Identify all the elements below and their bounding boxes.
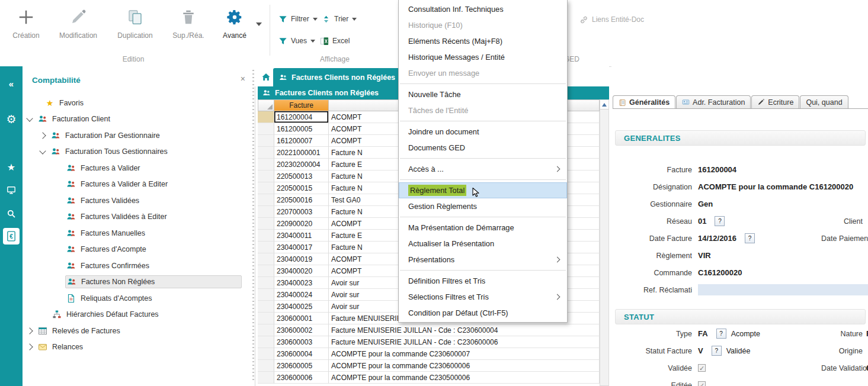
filtrer-button[interactable]: Filtrer bbox=[278, 14, 318, 24]
row-selector[interactable] bbox=[258, 336, 274, 348]
modification-button[interactable]: Modification bbox=[50, 5, 107, 54]
nav-item-favoris[interactable]: ★Favoris bbox=[23, 95, 251, 111]
cell-designation[interactable]: ACOMPTE pour la commande C230600006 bbox=[329, 360, 600, 372]
menu-item-ma-presentation-de-demarrage[interactable]: Ma Présentation de Démarrage bbox=[399, 220, 567, 236]
cell-facture[interactable]: 230400025 bbox=[274, 301, 329, 313]
cell-facture[interactable]: 220500015 bbox=[274, 182, 329, 194]
menu-item-consultation-inf-techniques[interactable]: Consultation Inf. Techniques bbox=[399, 1, 567, 17]
menu-item-reglement-total[interactable]: Règlement Total bbox=[399, 182, 567, 198]
table-row[interactable]: 230600004ACOMPTE pour la commande C23060… bbox=[258, 348, 600, 360]
nav-item-facturation-par-gestionnaire[interactable]: Facturation Par Gestionnaire bbox=[23, 127, 251, 144]
help-button[interactable]: ? bbox=[715, 216, 725, 226]
vues-button[interactable]: Vues bbox=[278, 36, 315, 46]
nav-item-factures-validees[interactable]: Factures Validées bbox=[23, 192, 251, 209]
row-selector[interactable] bbox=[258, 123, 274, 135]
cell-facture[interactable]: 230600001 bbox=[274, 313, 329, 324]
menu-item-historique-messages-entite[interactable]: Historique Messages / Entité bbox=[399, 49, 567, 65]
nav-item-factures-manuelles[interactable]: Factures Manuelles bbox=[23, 225, 251, 242]
nav-item-reliquats-d-acomptes[interactable]: Reliquats d'Acomptes bbox=[23, 290, 251, 307]
cell-facture[interactable]: 161200004 bbox=[274, 111, 329, 123]
document-tab[interactable]: Factures Clients non Réglées bbox=[273, 68, 419, 86]
excel-button[interactable]: Excel bbox=[320, 36, 350, 46]
column-header-facture[interactable]: Facture bbox=[274, 99, 329, 111]
select-all-header[interactable] bbox=[258, 99, 274, 111]
cell-facture[interactable]: 230400020 bbox=[274, 265, 329, 277]
vertical-scrollbar[interactable] bbox=[600, 99, 609, 386]
cell-designation[interactable]: ACOMPTE pour la commande C230500006 bbox=[329, 372, 600, 384]
cell-facture[interactable]: 20230200004 bbox=[274, 159, 329, 171]
row-selector[interactable] bbox=[258, 360, 274, 372]
help-button[interactable]: ? bbox=[712, 346, 722, 356]
cell-facture[interactable]: 220700003 bbox=[274, 206, 329, 218]
field-value[interactable]: VIR bbox=[698, 251, 711, 260]
row-selector[interactable] bbox=[258, 230, 274, 242]
detail-tab-ecriture[interactable]: Ecriture bbox=[751, 95, 799, 108]
menu-item-joindre-un-document[interactable]: Joindre un document bbox=[399, 124, 567, 140]
menu-item-taches-de-l-entite[interactable]: Tâches de l'Entité bbox=[399, 102, 567, 118]
cell-facture[interactable]: 161200007 bbox=[274, 135, 329, 147]
chevron-right-icon[interactable] bbox=[39, 132, 46, 139]
row-selector[interactable] bbox=[258, 242, 274, 253]
detail-tab-adr-facturation[interactable]: Adr. Facturation bbox=[676, 95, 751, 108]
table-row[interactable]: 230600003Facture MENUISERIE JUILLAN - Cd… bbox=[258, 336, 600, 348]
field-value[interactable]: C161200020 bbox=[698, 268, 742, 277]
nav-item-hierarchies-defaut-factures[interactable]: Hiérarchies Défaut Factures bbox=[23, 307, 251, 323]
table-row[interactable]: 230600005ACOMPTE pour la commande C23060… bbox=[258, 360, 600, 372]
suppression-button[interactable]: Sup./Réa. bbox=[164, 5, 213, 54]
cell-facture[interactable]: 230400023 bbox=[274, 277, 329, 289]
row-selector[interactable] bbox=[258, 182, 274, 194]
cell-facture[interactable]: 230600002 bbox=[274, 324, 329, 336]
row-selector[interactable] bbox=[258, 324, 274, 336]
menu-item-nouvelle-tache[interactable]: Nouvelle Tâche bbox=[399, 86, 567, 102]
row-selector[interactable] bbox=[258, 135, 274, 147]
menu-item-definition-filtres-et-tris[interactable]: Définition Filtres et Tris bbox=[399, 273, 567, 289]
rail-favorites-button[interactable]: ★ bbox=[0, 159, 23, 176]
trier-button[interactable]: Trier bbox=[322, 14, 357, 24]
avance-dropdown-icon[interactable] bbox=[256, 22, 262, 29]
row-selector[interactable] bbox=[258, 206, 274, 218]
menu-item-selections-filtres-et-tris[interactable]: Sélections Filtres et Tris bbox=[399, 289, 567, 305]
creation-button[interactable]: Création bbox=[2, 5, 50, 54]
menu-item-presentations[interactable]: Présentations bbox=[399, 252, 567, 268]
menu-item-envoyer-un-message[interactable]: Envoyer un message bbox=[399, 65, 567, 81]
nav-item-factures-validees-a-editer[interactable]: Factures Validées à Editer bbox=[23, 209, 251, 226]
field-value[interactable]: V bbox=[698, 346, 703, 355]
table-row[interactable]: 230600006ACOMPTE pour la commande C23050… bbox=[258, 372, 600, 384]
row-selector[interactable] bbox=[258, 159, 274, 171]
nav-item-facturation-client[interactable]: Facturation Client bbox=[23, 111, 251, 128]
field-value[interactable]: FA bbox=[698, 329, 708, 338]
scroll-up-button[interactable] bbox=[600, 100, 608, 110]
avance-button[interactable]: Avancé bbox=[213, 5, 256, 54]
cell-facture[interactable]: 161200005 bbox=[274, 123, 329, 135]
menu-item-documents-ged[interactable]: Documents GED bbox=[399, 140, 567, 156]
cell-facture[interactable]: 230400019 bbox=[274, 253, 329, 265]
field-value[interactable]: 14/12/2016 bbox=[698, 234, 736, 243]
row-selector[interactable] bbox=[258, 171, 274, 182]
nav-item-releves-de-factures[interactable]: Relevés de Factures bbox=[23, 323, 251, 339]
cell-facture[interactable]: 230400017 bbox=[274, 242, 329, 253]
cell-facture[interactable]: 220500013 bbox=[274, 171, 329, 182]
close-icon[interactable]: × bbox=[241, 74, 245, 83]
detail-tab-qui-quand[interactable]: Qui, quand bbox=[800, 95, 848, 108]
cell-designation[interactable]: ACOMPTE pour la commande C230600007 bbox=[329, 348, 600, 360]
row-selector[interactable] bbox=[258, 194, 274, 206]
row-selector[interactable] bbox=[258, 147, 274, 159]
chevron-right-icon[interactable] bbox=[26, 327, 33, 334]
row-selector[interactable] bbox=[258, 253, 274, 265]
rail-search-button[interactable] bbox=[0, 205, 23, 223]
field-value[interactable]: 161200004 bbox=[698, 165, 736, 174]
menu-item-gestion-reglements[interactable]: Gestion Règlements bbox=[399, 198, 567, 214]
table-row[interactable]: 230600002Facture MENUISERIE JUILLAN - Cd… bbox=[258, 324, 600, 336]
cell-facture[interactable]: 220500016 bbox=[274, 194, 329, 206]
cell-facture[interactable]: 230600006 bbox=[274, 372, 329, 384]
nav-item-factures-non-reglees[interactable]: Factures Non Réglées bbox=[23, 274, 251, 291]
menu-item-acces-a[interactable]: Accès à ... bbox=[399, 161, 567, 177]
nav-item-relances[interactable]: Relances bbox=[23, 339, 251, 356]
nav-item-factures-a-valider[interactable]: Factures à Valider bbox=[23, 160, 251, 176]
rail-monitor-button[interactable] bbox=[0, 181, 23, 199]
cell-facture[interactable]: 230600003 bbox=[274, 336, 329, 348]
menu-item-condition-par-defaut-ctrl-f5[interactable]: Condition par Défaut (Ctrl-F5) bbox=[399, 305, 567, 321]
liens-entite-doc-button[interactable]: Liens Entité-Doc bbox=[579, 14, 644, 25]
nav-item-factures-d-acompte[interactable]: Factures d'Acompte bbox=[23, 242, 251, 258]
checkbox[interactable]: ✓ bbox=[698, 381, 706, 386]
